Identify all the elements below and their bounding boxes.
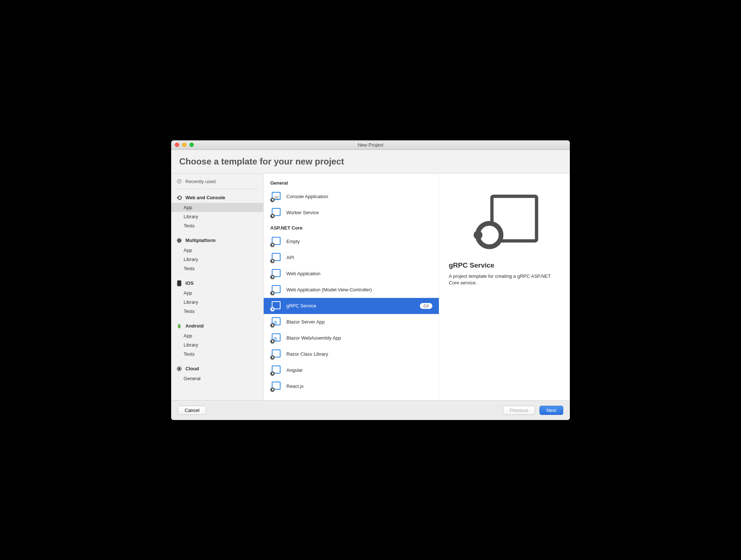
- sidebar-item[interactable]: Library: [171, 340, 263, 349]
- dialog-header: Choose a template for your new project: [171, 150, 570, 174]
- svg-point-8: [178, 368, 180, 370]
- template-item[interactable]: gRPC ServiceC#: [264, 298, 439, 314]
- clock-icon: [176, 179, 182, 184]
- template-item-label: API: [286, 255, 294, 260]
- zoom-window-button[interactable]: [189, 143, 194, 147]
- template-item-label: Console Application: [286, 194, 328, 199]
- sidebar-divider: [176, 189, 258, 189]
- template-item-icon: [270, 252, 281, 263]
- template-item[interactable]: Empty: [264, 234, 439, 250]
- window-title: New Project: [171, 142, 570, 148]
- sidebar-category-label: Web and Console: [185, 195, 225, 200]
- template-item-label: Angular: [286, 367, 303, 373]
- sidebar-item[interactable]: Library: [171, 212, 263, 221]
- cloud-icon: [176, 366, 182, 372]
- template-item-icon: [270, 268, 281, 279]
- template-item[interactable]: Web Application (Model-View-Controller): [264, 282, 439, 298]
- template-item[interactable]: Angular: [264, 362, 439, 378]
- titlebar: New Project: [171, 140, 570, 150]
- sidebar-item[interactable]: Library: [171, 255, 263, 264]
- template-item-label: gRPC Service: [286, 303, 316, 309]
- sidebar-item[interactable]: Tests: [171, 221, 263, 230]
- sidebar-category-label: Cloud: [185, 366, 199, 371]
- template-item[interactable]: React.js: [264, 378, 439, 394]
- template-section-header: General: [264, 176, 439, 189]
- sidebar-category-label: iOS: [185, 280, 193, 286]
- sidebar-category-label: Android: [185, 323, 204, 329]
- next-button[interactable]: Next: [539, 406, 563, 415]
- svg-point-5: [178, 324, 179, 325]
- template-item-icon: [270, 349, 281, 360]
- sidebar-category-header[interactable]: Android: [171, 321, 263, 331]
- template-item-icon: [270, 317, 281, 328]
- sidebar-category-header[interactable]: Cloud: [171, 364, 263, 374]
- template-item-icon: [270, 300, 281, 311]
- dotnet-icon: [176, 195, 182, 201]
- ios-icon: [176, 280, 182, 286]
- sidebar-item[interactable]: Tests: [171, 264, 263, 273]
- template-item-icon: [270, 284, 281, 295]
- sidebar-item[interactable]: General: [171, 374, 263, 383]
- template-item[interactable]: Blazor WebAssembly App: [264, 330, 439, 346]
- svg-point-2: [177, 197, 178, 198]
- minimize-window-button[interactable]: [182, 143, 187, 147]
- dialog-footer: Cancel Previous Next: [171, 400, 570, 420]
- page-title: Choose a template for your new project: [179, 156, 562, 167]
- category-sidebar: Recently used Web and ConsoleAppLibraryT…: [171, 174, 264, 400]
- template-item-label: Web Application: [286, 271, 320, 276]
- sidebar-category-header[interactable]: Web and Console: [171, 193, 263, 203]
- template-item-label: React.js: [286, 383, 304, 389]
- sidebar-item[interactable]: App: [171, 203, 263, 212]
- svg-rect-4: [177, 280, 181, 285]
- template-item[interactable]: Blazor Server App: [264, 314, 439, 330]
- template-section-header: ASP.NET Core: [264, 221, 439, 234]
- traffic-lights: [171, 143, 194, 147]
- sidebar-item[interactable]: App: [171, 246, 263, 255]
- template-item-label: Web Application (Model-View-Controller): [286, 287, 372, 292]
- android-icon: [176, 323, 182, 329]
- svg-point-6: [180, 324, 180, 325]
- sidebar-category: Web and ConsoleAppLibraryTests: [171, 193, 263, 230]
- sidebar-item[interactable]: Tests: [171, 349, 263, 359]
- template-item[interactable]: Console Application: [264, 189, 439, 205]
- sidebar-item[interactable]: App: [171, 331, 263, 340]
- template-item-label: Empty: [286, 239, 300, 244]
- sidebar-category-header[interactable]: Multiplatform: [171, 235, 263, 246]
- template-item-icon: [270, 381, 281, 392]
- sidebar-category: CloudGeneral: [171, 364, 263, 383]
- svg-point-1: [178, 196, 181, 199]
- language-badge: C#: [420, 303, 432, 309]
- sidebar-recently-used-label: Recently used: [185, 179, 215, 184]
- template-item-icon: [270, 207, 281, 218]
- template-illustration: [449, 192, 560, 250]
- template-item-icon: [270, 191, 281, 202]
- previous-button[interactable]: Previous: [503, 406, 535, 415]
- template-item[interactable]: Web Application: [264, 266, 439, 282]
- template-item-label: Razor Class Library: [286, 351, 328, 357]
- sidebar-category-header[interactable]: iOS: [171, 278, 263, 288]
- cancel-button[interactable]: Cancel: [178, 406, 206, 415]
- template-item-icon: [270, 333, 281, 344]
- template-item-label: Worker Service: [286, 210, 319, 215]
- template-detail-title: gRPC Service: [449, 261, 560, 269]
- dialog-body: Recently used Web and ConsoleAppLibraryT…: [171, 174, 570, 400]
- close-window-button[interactable]: [175, 143, 179, 147]
- template-item[interactable]: API: [264, 250, 439, 266]
- template-details: gRPC Service A project template for crea…: [439, 174, 570, 400]
- sidebar-item[interactable]: App: [171, 288, 263, 298]
- template-list: GeneralConsole ApplicationWorker Service…: [264, 174, 439, 400]
- template-item-icon: [270, 236, 281, 247]
- sidebar-item[interactable]: Tests: [171, 307, 263, 316]
- template-item-label: Blazor WebAssembly App: [286, 335, 341, 341]
- template-item-label: Blazor Server App: [286, 319, 325, 325]
- sidebar-item[interactable]: Library: [171, 298, 263, 307]
- template-item-icon: [270, 365, 281, 376]
- template-item[interactable]: Worker Service: [264, 205, 439, 221]
- sidebar-category: iOSAppLibraryTests: [171, 278, 263, 316]
- multiplatform-icon: [176, 238, 182, 243]
- template-item[interactable]: Razor Class Library: [264, 346, 439, 362]
- sidebar-category-label: Multiplatform: [185, 238, 215, 243]
- svg-point-11: [474, 231, 482, 239]
- sidebar-category: MultiplatformAppLibraryTests: [171, 235, 263, 273]
- sidebar-recently-used[interactable]: Recently used: [171, 177, 263, 186]
